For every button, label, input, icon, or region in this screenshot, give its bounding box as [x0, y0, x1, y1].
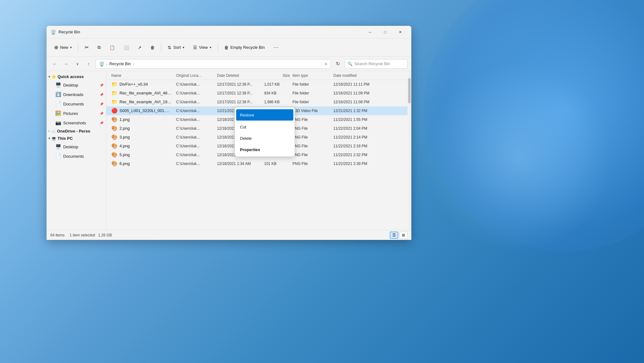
delete-button[interactable]: 🗑 — [147, 42, 158, 53]
file-icon: 🎨 — [111, 134, 118, 140]
table-row[interactable]: 📁Rec_file_example_AVI_480...C:\Users\luk… — [106, 89, 411, 98]
search-box[interactable]: 🔍 Search Recycle Bin — [345, 59, 408, 69]
this-pc-children: 🖥️ Desktop 📄 Documents — [47, 142, 106, 161]
more-options-button[interactable]: ··· — [270, 42, 282, 53]
share-icon: ↗ — [138, 45, 142, 50]
empty-bin-label: Empty Recycle Bin — [230, 45, 265, 50]
up-icon: ↑ — [88, 61, 90, 66]
share-button[interactable]: ↗ — [134, 42, 145, 53]
scrollbar-thumb[interactable] — [408, 78, 411, 103]
file-cell: 11/22/2021 2:39 PM — [332, 162, 382, 166]
file-icon: 🎨 — [111, 161, 118, 167]
sidebar-item-downloads[interactable]: ⬇️ Downloads — [53, 90, 106, 99]
sort-icon: ⇅ — [168, 45, 171, 50]
cut-button[interactable]: ✂ — [81, 42, 92, 53]
table-row[interactable]: 📁DivFix++_v0.34C:\Users\luk...12/17/2021… — [106, 80, 411, 89]
sidebar-item-documents[interactable]: 📄 Documents — [53, 99, 106, 109]
file-cell: 101 KB — [263, 162, 291, 166]
maximize-button[interactable]: □ — [378, 27, 392, 37]
delete-icon: 🗑 — [150, 45, 155, 50]
column-header-deleted[interactable]: Date Deleted — [216, 73, 263, 78]
desktop-icon: 🖥️ — [55, 82, 61, 88]
rename-button[interactable]: ⬜ — [120, 42, 133, 53]
sort-button[interactable]: ⇅ Sort ▾ — [164, 42, 188, 53]
quick-access-arrow-icon: ▾ — [48, 75, 50, 78]
column-header-name[interactable]: Name — [109, 73, 175, 78]
file-icon: 📁 — [111, 81, 118, 87]
sidebar-group-onedrive[interactable]: › ☁️ OneDrive - Perso — [47, 128, 106, 135]
window-icon: 🗑️ — [50, 29, 56, 35]
context-menu-restore[interactable]: Restore — [236, 109, 293, 121]
file-cell: 11/22/2021 2:18 PM — [332, 144, 382, 148]
forward-button[interactable]: → — [62, 60, 70, 68]
sidebar-item-this-pc-desktop[interactable]: 🖥️ Desktop — [53, 142, 106, 151]
table-row[interactable]: 📁Rec_file_example_AVI_192...C:\Users\luk… — [106, 98, 411, 106]
file-name: 3.png — [119, 135, 130, 139]
file-cell: File folder — [291, 82, 332, 87]
column-header-type[interactable]: Item type — [291, 73, 332, 78]
onedrive-icon: ☁️ — [51, 129, 56, 133]
file-cell: File folder — [291, 91, 332, 95]
column-header-size[interactable]: Size — [263, 73, 291, 78]
address-input[interactable]: 🗑️ › Recycle Bin › ∨ — [96, 59, 331, 69]
file-cell: 12/16/2021 11:11 PM — [332, 82, 382, 87]
back-button[interactable]: ← — [50, 60, 59, 68]
scrollbar-track[interactable] — [408, 71, 411, 230]
file-cell: R3D Video File — [291, 109, 332, 113]
sidebar-item-desktop[interactable]: 🖥️ Desktop — [53, 80, 106, 90]
sidebar-item-this-pc-documents[interactable]: 📄 Documents — [53, 151, 106, 161]
refresh-button[interactable]: ↻ — [333, 60, 342, 68]
file-name: 1.png — [119, 117, 130, 122]
file-list-header: Name Original Loca... Date Deleted Size … — [106, 71, 411, 80]
sort-chevron-icon: ▾ — [183, 46, 184, 49]
file-name: 2.png — [119, 126, 130, 131]
address-chevron-icon[interactable]: ∨ — [325, 62, 327, 66]
close-button[interactable]: ✕ — [393, 27, 408, 37]
file-cell: 12/21/2021 1:32 PM — [332, 109, 382, 113]
copy-button[interactable]: ⧉ — [94, 42, 104, 53]
sidebar-group-quick-access[interactable]: ▾ ⭐ Quick access — [47, 73, 106, 80]
file-cell: 11/22/2021 2:14 PM — [332, 135, 382, 139]
context-menu-delete[interactable]: Delete — [235, 133, 295, 144]
file-cell: PNG File — [291, 162, 332, 166]
view-toggle-controls: ☰ ⊞ — [390, 232, 408, 239]
context-menu-properties[interactable]: Properties — [235, 144, 295, 155]
sidebar-group-this-pc[interactable]: ▾ 💻 This PC — [47, 135, 106, 142]
empty-recycle-bin-button[interactable]: 🗑 Empty Recycle Bin — [220, 42, 269, 53]
context-menu-cut[interactable]: Cut — [235, 121, 295, 133]
file-icon: 🔴 — [111, 108, 118, 114]
file-cell: 11/22/2021 2:04 PM — [332, 126, 382, 131]
documents-label: Documents — [63, 102, 84, 106]
new-button[interactable]: ⊕ New ▾ — [50, 42, 75, 53]
minimize-button[interactable]: ─ — [363, 27, 377, 37]
this-pc-desktop-label: Desktop — [63, 145, 78, 149]
expand-icon: ∨ — [76, 62, 79, 66]
column-header-original[interactable]: Original Loca... — [175, 73, 216, 78]
sidebar-item-pictures[interactable]: 🖼️ Pictures — [53, 109, 106, 118]
sidebar-item-screenshots[interactable]: 📷 Screenshots — [53, 118, 106, 128]
paste-icon: 📋 — [109, 45, 115, 50]
sort-label: Sort — [173, 45, 181, 50]
column-header-modified[interactable]: Date modified — [332, 73, 382, 78]
file-cell: C:\Users\luk... — [175, 153, 216, 157]
selected-info: 1 item selected 1.26 GB — [69, 233, 112, 237]
pictures-icon: 🖼️ — [55, 111, 61, 116]
file-cell: 12/17/2021 12:38 P... — [216, 100, 263, 104]
file-icon: 📁 — [111, 90, 118, 96]
desktop-label: Desktop — [63, 83, 78, 88]
expand-button[interactable]: ∨ — [73, 60, 82, 68]
view-button[interactable]: ☰ View ▾ — [189, 42, 215, 53]
this-pc-icon: 💻 — [51, 136, 56, 141]
this-pc-documents-label: Documents — [63, 154, 84, 159]
file-cell: 934 KB — [263, 91, 291, 95]
list-view-button[interactable]: ☰ — [390, 232, 398, 239]
address-bar: ← → ∨ ↑ 🗑️ › Recycle Bin › ∨ ↻ 🔍 Search … — [47, 57, 411, 71]
file-cell: 1,986 KB — [263, 100, 291, 104]
search-icon: 🔍 — [347, 61, 353, 66]
table-row[interactable]: 🎨6.pngC:\Users\luk...12/18/2021 1:34 AM1… — [106, 159, 411, 168]
up-button[interactable]: ↑ — [84, 60, 93, 68]
cut-icon: ✂ — [85, 44, 89, 50]
downloads-icon: ⬇️ — [55, 92, 61, 97]
paste-button[interactable]: 📋 — [106, 42, 119, 53]
grid-view-button[interactable]: ⊞ — [399, 232, 408, 239]
